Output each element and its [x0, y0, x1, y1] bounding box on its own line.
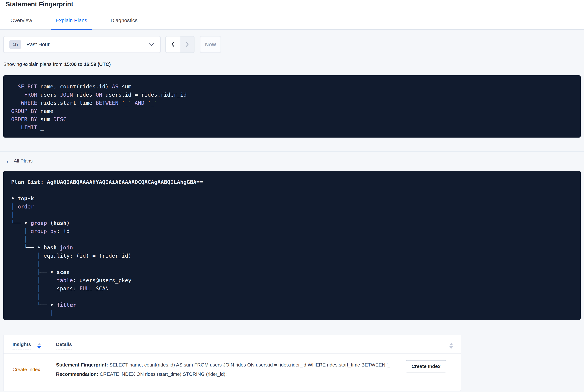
tab-explain-plans[interactable]: Explain Plans — [51, 18, 92, 30]
create-index-button[interactable]: Create Index — [406, 360, 446, 372]
sort-down-icon — [450, 346, 453, 349]
code-line: │ equality: (id) = (rider_id) — [11, 252, 573, 260]
code-line — [11, 186, 573, 194]
tab-overview[interactable]: Overview — [5, 18, 37, 30]
code-line: SELECT name, count(rides.id) AS sum — [11, 82, 573, 91]
create-index-link[interactable]: Create Index — [12, 367, 40, 372]
all-plans-link[interactable]: ← All Plans — [5, 158, 32, 164]
next-interval-button[interactable] — [180, 36, 194, 52]
sort-details-button[interactable] — [450, 343, 453, 349]
duration-badge: 1h — [9, 40, 21, 49]
insights-table-card: Insights Details Create Index Statement … — [3, 335, 461, 391]
code-line: ORDER BY sum DESC — [11, 115, 573, 124]
now-button[interactable]: Now — [200, 36, 221, 53]
chevron-down-icon — [149, 43, 154, 46]
tab-diagnostics[interactable]: Diagnostics — [106, 18, 142, 30]
chevron-right-icon — [185, 42, 189, 48]
time-range-select[interactable]: 1h Past Hour — [3, 36, 161, 53]
plan-code: Plan Gist: AgHUAQIABQAAAAHYAQIAiAEAAAADC… — [3, 171, 581, 320]
recommendation-line: Recommendation:CREATE INDEX ON rides (st… — [56, 370, 390, 379]
time-range-label: Past Hour — [26, 42, 50, 48]
code-line: GROUP BY name — [11, 107, 573, 115]
time-step-control — [165, 36, 194, 53]
details-column-header: Details — [56, 342, 452, 350]
code-line: ├── • scan — [11, 268, 573, 276]
page-header: Statement Fingerprint Overview Explain P… — [0, 0, 584, 30]
table-row: Create Index Statement Fingerprint:SELEC… — [3, 354, 461, 385]
code-line: • top-k — [11, 194, 573, 202]
details-column-label: Details — [56, 342, 72, 350]
chevron-left-icon — [171, 42, 175, 48]
statement-fingerprint-line: Statement Fingerprint:SELECT name, count… — [56, 360, 390, 370]
card-footer — [3, 385, 461, 391]
insight-cell: Create Index — [12, 367, 56, 372]
sort-up-icon — [37, 343, 41, 345]
previous-interval-button[interactable] — [166, 36, 180, 52]
insights-column-header: Insights — [12, 342, 56, 350]
recommendation-text: CREATE INDEX ON rides (start_time) STORI… — [100, 371, 227, 377]
back-arrow-icon: ← — [5, 158, 11, 164]
sort-up-icon — [450, 343, 453, 345]
insights-table-header: Insights Details — [3, 335, 461, 354]
code-line: │ table: users@users_pkey — [11, 276, 573, 284]
showing-range-text: Showing explain plans from15:00 to 16:59… — [3, 62, 581, 67]
code-line: Plan Gist: AgHUAQIABQAAAAHYAQIAiAEAAAADC… — [11, 178, 573, 186]
statement-fingerprint-text: SELECT name, count(rides.id) AS sum FROM… — [109, 362, 390, 368]
all-plans-label: All Plans — [14, 158, 32, 164]
code-line: │ — [11, 260, 573, 268]
code-line: │ — [11, 309, 573, 317]
code-line: │ spans: FULL SCAN — [11, 284, 573, 292]
details-cell: Statement Fingerprint:SELECT name, count… — [56, 360, 390, 379]
page-title: Statement Fingerprint — [0, 0, 584, 8]
code-line: │ order — [11, 202, 573, 211]
code-line: │ — [11, 235, 573, 244]
sort-down-icon — [37, 346, 41, 349]
statement-fingerprint-label: Statement Fingerprint: — [56, 362, 108, 368]
recommendation-label: Recommendation: — [56, 371, 98, 377]
time-controls: 1h Past Hour Now — [3, 36, 581, 53]
code-line: │ — [11, 292, 573, 301]
code-line: LIMIT _ — [11, 124, 573, 132]
code-line: └── • filter — [11, 301, 573, 309]
sql-code: SELECT name, count(rides.id) AS sum FROM… — [3, 76, 581, 138]
showing-range: 15:00 to 16:59 (UTC) — [64, 62, 111, 67]
code-line: │ group by: id — [11, 227, 573, 235]
action-cell: Create Index — [390, 360, 461, 379]
code-line: └── • hash join — [11, 244, 573, 252]
showing-prefix: Showing explain plans from — [3, 62, 62, 67]
code-line: WHERE rides.start_time BETWEEN '_' AND '… — [11, 99, 573, 107]
code-line: FROM users JOIN rides ON users.id = ride… — [11, 91, 573, 99]
tab-bar: Overview Explain Plans Diagnostics — [5, 18, 584, 30]
insights-column-label: Insights — [12, 342, 31, 350]
code-line: │ — [11, 211, 573, 219]
sort-insights-button[interactable] — [37, 343, 41, 349]
code-line: └── • group (hash) — [11, 219, 573, 227]
